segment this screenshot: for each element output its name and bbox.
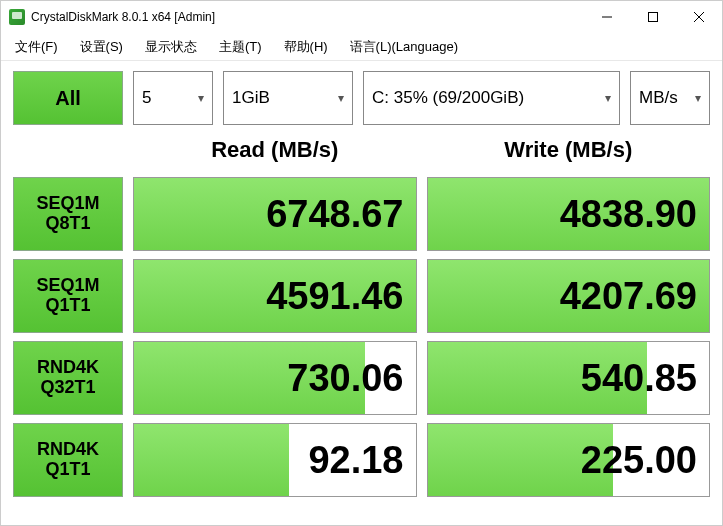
run-all-label: All — [55, 87, 81, 110]
write-cell: 540.85 — [427, 341, 711, 415]
read-cell: 92.18 — [133, 423, 417, 497]
runs-value: 5 — [142, 88, 151, 108]
drive-value: C: 35% (69/200GiB) — [372, 88, 524, 108]
read-value: 4591.46 — [134, 260, 416, 332]
results-grid: SEQ1MQ8T16748.674838.90SEQ1MQ1T14591.464… — [13, 177, 710, 497]
test-label-line2: Q8T1 — [45, 214, 90, 234]
chevron-down-icon: ▾ — [605, 91, 611, 105]
minimize-icon — [602, 12, 612, 22]
menubar: 文件(F) 设置(S) 显示状态 主题(T) 帮助(H) 语言(L)(Langu… — [1, 33, 722, 61]
read-header: Read (MB/s) — [133, 137, 417, 163]
write-cell: 4838.90 — [427, 177, 711, 251]
write-cell: 225.00 — [427, 423, 711, 497]
read-cell: 4591.46 — [133, 259, 417, 333]
chevron-down-icon: ▾ — [338, 91, 344, 105]
app-icon — [9, 9, 25, 25]
write-value: 4207.69 — [428, 260, 710, 332]
test-button[interactable]: SEQ1MQ1T1 — [13, 259, 123, 333]
menu-settings[interactable]: 设置(S) — [76, 36, 127, 58]
read-cell: 6748.67 — [133, 177, 417, 251]
read-value: 6748.67 — [134, 178, 416, 250]
test-label-line1: RND4K — [37, 440, 99, 460]
menu-display[interactable]: 显示状态 — [141, 36, 201, 58]
menu-file[interactable]: 文件(F) — [11, 36, 62, 58]
chevron-down-icon: ▾ — [695, 91, 701, 105]
unit-select[interactable]: MB/s ▾ — [630, 71, 710, 125]
write-value: 225.00 — [428, 424, 710, 496]
close-icon — [694, 12, 704, 22]
test-label-line1: RND4K — [37, 358, 99, 378]
read-cell: 730.06 — [133, 341, 417, 415]
test-button[interactable]: SEQ1MQ8T1 — [13, 177, 123, 251]
result-row: SEQ1MQ8T16748.674838.90 — [13, 177, 710, 251]
chevron-down-icon: ▾ — [198, 91, 204, 105]
test-label-line1: SEQ1M — [36, 194, 99, 214]
titlebar: CrystalDiskMark 8.0.1 x64 [Admin] — [1, 1, 722, 33]
test-button[interactable]: RND4KQ32T1 — [13, 341, 123, 415]
read-value: 730.06 — [134, 342, 416, 414]
menu-theme[interactable]: 主题(T) — [215, 36, 266, 58]
read-value: 92.18 — [134, 424, 416, 496]
result-row: SEQ1MQ1T14591.464207.69 — [13, 259, 710, 333]
window-title: CrystalDiskMark 8.0.1 x64 [Admin] — [31, 10, 215, 24]
workarea: All 5 ▾ 1GiB ▾ C: 35% (69/200GiB) ▾ MB/s… — [1, 61, 722, 503]
result-row: RND4KQ32T1730.06540.85 — [13, 341, 710, 415]
test-label-line2: Q1T1 — [45, 296, 90, 316]
test-label-line1: SEQ1M — [36, 276, 99, 296]
close-button[interactable] — [676, 1, 722, 33]
maximize-button[interactable] — [630, 1, 676, 33]
write-value: 4838.90 — [428, 178, 710, 250]
size-value: 1GiB — [232, 88, 270, 108]
write-cell: 4207.69 — [427, 259, 711, 333]
maximize-icon — [648, 12, 658, 22]
svg-rect-1 — [649, 13, 658, 22]
runs-select[interactable]: 5 ▾ — [133, 71, 213, 125]
write-header: Write (MB/s) — [427, 137, 711, 163]
column-headers: Read (MB/s) Write (MB/s) — [13, 131, 710, 169]
drive-select[interactable]: C: 35% (69/200GiB) ▾ — [363, 71, 620, 125]
unit-value: MB/s — [639, 88, 678, 108]
result-row: RND4KQ1T192.18225.00 — [13, 423, 710, 497]
run-all-button[interactable]: All — [13, 71, 123, 125]
menu-help[interactable]: 帮助(H) — [280, 36, 332, 58]
test-label-line2: Q1T1 — [45, 460, 90, 480]
write-value: 540.85 — [428, 342, 710, 414]
test-button[interactable]: RND4KQ1T1 — [13, 423, 123, 497]
controls-row: All 5 ▾ 1GiB ▾ C: 35% (69/200GiB) ▾ MB/s… — [13, 71, 710, 125]
test-label-line2: Q32T1 — [40, 378, 95, 398]
menu-language[interactable]: 语言(L)(Language) — [346, 36, 462, 58]
size-select[interactable]: 1GiB ▾ — [223, 71, 353, 125]
minimize-button[interactable] — [584, 1, 630, 33]
